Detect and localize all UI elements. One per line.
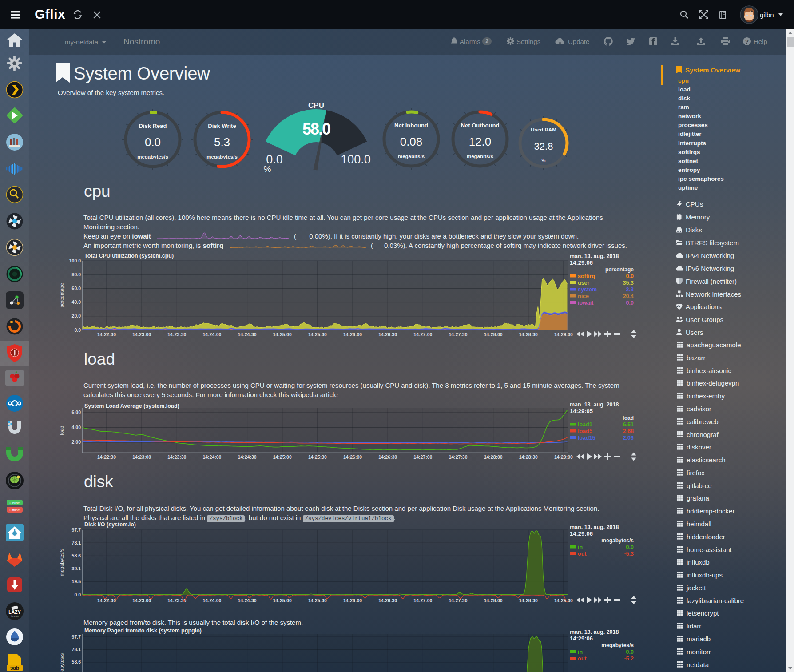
svg-text:Net Outbound: Net Outbound bbox=[461, 122, 500, 129]
svg-text:Disk Read: Disk Read bbox=[139, 123, 167, 129]
svg-text:load15: load15 bbox=[578, 435, 596, 441]
svg-text:14:23:00: 14:23:00 bbox=[132, 332, 151, 337]
svg-text:39.1: 39.1 bbox=[72, 566, 81, 571]
svg-text:14:24:30: 14:24:30 bbox=[238, 332, 257, 337]
svg-text:14:23:30: 14:23:30 bbox=[167, 598, 186, 603]
svg-text:librarian: librarian bbox=[11, 615, 19, 617]
svg-text:out: out bbox=[578, 656, 587, 662]
svg-text:58.0: 58.0 bbox=[302, 120, 330, 138]
svg-text:14:23:30: 14:23:30 bbox=[167, 454, 186, 460]
svg-text:CPU: CPU bbox=[308, 101, 324, 110]
svg-text:megabits/s: megabits/s bbox=[398, 154, 425, 159]
svg-text:14:26:30: 14:26:30 bbox=[378, 332, 397, 337]
svg-text:out: out bbox=[578, 551, 587, 557]
svg-text:14:27:00: 14:27:00 bbox=[413, 454, 432, 460]
svg-text:19.5: 19.5 bbox=[72, 579, 81, 584]
svg-text:Online: Online bbox=[9, 501, 20, 505]
svg-text:14:25:30: 14:25:30 bbox=[308, 454, 327, 460]
svg-text:Disk Write: Disk Write bbox=[208, 123, 236, 129]
svg-text:%: % bbox=[542, 158, 546, 163]
svg-text:%: % bbox=[264, 164, 271, 174]
svg-text:14:23:30: 14:23:30 bbox=[167, 332, 186, 337]
svg-text:14:27:00: 14:27:00 bbox=[413, 598, 432, 603]
svg-text:megabytes/s: megabytes/s bbox=[206, 154, 238, 159]
svg-text:load: load bbox=[623, 415, 634, 421]
svg-text:14:24:30: 14:24:30 bbox=[238, 598, 257, 603]
svg-text:0.08: 0.08 bbox=[400, 135, 423, 148]
svg-text:megabits/s: megabits/s bbox=[467, 154, 493, 159]
svg-text:14:28:00: 14:28:00 bbox=[484, 454, 503, 460]
svg-text:0.0: 0.0 bbox=[626, 273, 634, 279]
svg-text:80.0: 80.0 bbox=[72, 272, 81, 277]
svg-text:14:22:30: 14:22:30 bbox=[97, 332, 116, 337]
svg-text:14:25:30: 14:25:30 bbox=[308, 598, 327, 603]
svg-text:100.0: 100.0 bbox=[69, 258, 81, 263]
svg-text:4.00: 4.00 bbox=[72, 425, 81, 430]
svg-text:78.1: 78.1 bbox=[72, 647, 81, 652]
svg-text:6.51: 6.51 bbox=[623, 421, 634, 428]
svg-text:System Load Average (system.lo: System Load Average (system.load) bbox=[84, 403, 179, 409]
svg-text:user: user bbox=[578, 280, 590, 286]
svg-text:megabytes/s: megabytes/s bbox=[601, 537, 634, 544]
svg-text:LAZY: LAZY bbox=[8, 609, 20, 615]
svg-text:14:24:00: 14:24:00 bbox=[202, 332, 221, 337]
svg-text:14:29:06: 14:29:06 bbox=[570, 530, 593, 537]
svg-text:14:29:00: 14:29:00 bbox=[554, 598, 573, 603]
svg-text:97.7: 97.7 bbox=[72, 634, 81, 640]
svg-text:0.0: 0.0 bbox=[145, 135, 161, 149]
svg-text:14:25:30: 14:25:30 bbox=[308, 332, 327, 337]
svg-text:14:25:00: 14:25:00 bbox=[273, 454, 292, 460]
svg-text:14:26:30: 14:26:30 bbox=[378, 454, 397, 460]
svg-text:man. 13. aug. 2018: man. 13. aug. 2018 bbox=[570, 629, 619, 635]
svg-text:14:26:00: 14:26:00 bbox=[343, 598, 362, 603]
svg-text:14:29:06: 14:29:06 bbox=[570, 259, 593, 266]
svg-text:0.0: 0.0 bbox=[266, 153, 283, 166]
svg-text:14:26:00: 14:26:00 bbox=[343, 332, 362, 337]
svg-text:Memory Paged from/to disk (sys: Memory Paged from/to disk (system.pgpgio… bbox=[84, 628, 202, 634]
svg-text:35.3: 35.3 bbox=[623, 280, 634, 286]
svg-text:14:28:00: 14:28:00 bbox=[484, 598, 503, 603]
svg-text:32.8: 32.8 bbox=[534, 141, 553, 152]
svg-text:percentage: percentage bbox=[59, 283, 64, 307]
svg-text:percentage: percentage bbox=[605, 266, 634, 273]
svg-text:Total CPU utilization (system.: Total CPU utilization (system.cpu) bbox=[84, 253, 174, 259]
svg-text:load1: load1 bbox=[578, 421, 592, 428]
svg-text:100.0: 100.0 bbox=[341, 153, 371, 166]
svg-text:14:27:30: 14:27:30 bbox=[449, 454, 467, 460]
svg-text:megabytes/s: megabytes/s bbox=[601, 642, 634, 648]
svg-text:14:23:00: 14:23:00 bbox=[132, 454, 151, 460]
svg-text:2.00: 2.00 bbox=[72, 439, 81, 445]
svg-text:sab: sab bbox=[10, 665, 20, 671]
svg-text:man. 13. aug. 2018: man. 13. aug. 2018 bbox=[570, 253, 619, 259]
svg-text:14:23:00: 14:23:00 bbox=[132, 598, 151, 603]
svg-text:60.0: 60.0 bbox=[72, 286, 81, 291]
svg-text:Net Inbound: Net Inbound bbox=[394, 122, 428, 129]
svg-text:20.4: 20.4 bbox=[623, 293, 634, 299]
svg-text:14:28:00: 14:28:00 bbox=[484, 332, 503, 337]
svg-text:14:24:00: 14:24:00 bbox=[202, 454, 221, 460]
svg-text:14:28:30: 14:28:30 bbox=[519, 332, 538, 337]
svg-text:14:29:00: 14:29:00 bbox=[554, 332, 573, 337]
svg-text:14:26:00: 14:26:00 bbox=[343, 454, 362, 460]
svg-text:20.0: 20.0 bbox=[72, 313, 81, 318]
svg-text:-5.2: -5.2 bbox=[624, 656, 634, 662]
svg-text:14:24:30: 14:24:30 bbox=[238, 454, 257, 460]
svg-text:Offline: Offline bbox=[10, 508, 20, 512]
svg-text:in: in bbox=[578, 649, 583, 655]
svg-text:man. 13. aug. 2018: man. 13. aug. 2018 bbox=[570, 402, 619, 408]
svg-text:6.00: 6.00 bbox=[72, 410, 81, 415]
svg-text:14:25:00: 14:25:00 bbox=[273, 332, 292, 337]
svg-text:58.6: 58.6 bbox=[72, 553, 81, 558]
svg-text:0.0: 0.0 bbox=[626, 544, 634, 550]
svg-text:14:29:00: 14:29:00 bbox=[554, 454, 573, 460]
svg-text:14:27:30: 14:27:30 bbox=[449, 332, 467, 337]
svg-text:-5.3: -5.3 bbox=[624, 551, 634, 557]
svg-text:load: load bbox=[59, 426, 64, 435]
svg-text:iowait: iowait bbox=[578, 300, 594, 306]
svg-text:megabytes/s: megabytes/s bbox=[137, 154, 168, 159]
svg-text:0.0: 0.0 bbox=[74, 327, 81, 333]
svg-text:Used RAM: Used RAM bbox=[531, 127, 556, 132]
svg-text:14:24:00: 14:24:00 bbox=[202, 598, 221, 603]
svg-text:14:27:30: 14:27:30 bbox=[449, 598, 467, 603]
svg-text:nice: nice bbox=[578, 293, 589, 299]
